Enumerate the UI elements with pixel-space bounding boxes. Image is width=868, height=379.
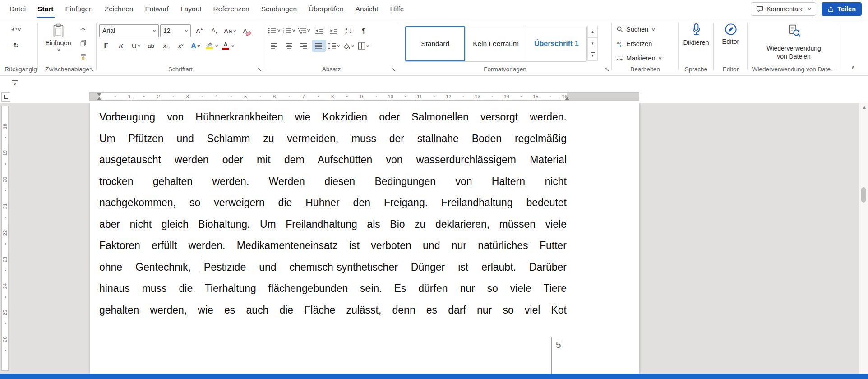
italic-button[interactable]: K [114,40,128,52]
underline-button[interactable]: U∨ [129,40,143,52]
style-gallery-scroll-up-button[interactable]: ▴ [587,26,598,38]
align-center-button[interactable] [282,40,296,52]
redo-button[interactable]: ↻ [9,39,23,51]
ruler-tick [115,96,116,97]
dictate-button[interactable]: Diktieren [679,23,714,46]
dialog-launcher-paragraph[interactable] [391,67,396,72]
menu-tab-entwurf[interactable]: Entwurf [139,0,175,18]
scrollbar-thumb[interactable] [861,187,866,203]
bold-button[interactable]: F [99,40,113,52]
bullet-list-button[interactable]: ∨ [267,24,281,37]
left-indent-marker[interactable] [97,97,102,100]
ruler-tick [346,96,348,97]
style-gallery-more-button[interactable]: ▾ [587,49,598,61]
menu-tab-referenzen[interactable]: Referenzen [208,0,255,18]
page-number[interactable]: 5 [556,339,561,350]
chevron-down-icon: ∨ [137,44,141,48]
cut-button[interactable]: ✂ [77,23,89,34]
font-name-combo[interactable]: Arial ∨ [99,24,159,37]
share-button[interactable]: Teilen [822,2,862,16]
menu-tab-überprüfen[interactable]: Überprüfen [303,0,350,18]
paste-button[interactable]: Einfügen ∨ [44,22,72,65]
menu-tab-sendungen[interactable]: Sendungen [255,0,303,18]
borders-button[interactable]: ∨ [356,40,370,52]
dialog-launcher-font[interactable] [257,67,262,72]
ruler-strip: 12345678910111213141516 [0,90,868,103]
horizontal-ruler: 12345678910111213141516 [89,92,639,101]
strikethrough-button[interactable]: ab [144,40,158,52]
format-painter-button[interactable] [77,51,89,62]
change-case-button[interactable]: Aa∨ [223,25,237,37]
select-button[interactable]: Markieren ∨ [616,52,662,64]
menu-tab-hilfe[interactable]: Hilfe [384,0,410,18]
dialog-launcher-clipboard[interactable] [89,67,94,72]
highlight-color-button[interactable]: ∨ [203,40,219,52]
editor-button[interactable]: Editor [714,23,748,46]
document-line[interactable]: Vorbeugung von Hühnerkrankheiten wie Kok… [99,106,567,128]
shading-button[interactable]: ∨ [342,40,356,52]
clipboard-icon [52,23,65,38]
subscript-button[interactable]: x₂ [159,40,173,52]
quick-access-toolbar-customize-button[interactable]: ∨ [10,79,20,87]
align-left-button[interactable] [267,40,281,52]
ruler-number: 22 [2,229,8,237]
sort-button[interactable]: AZ [342,24,356,37]
below-ribbon-row: ∨ [0,75,868,90]
style-gallery-scroll-down-button[interactable]: ▾ [587,38,598,50]
group-label-styles: Formatvorlagen [398,66,612,73]
menu-tab-zeichnen[interactable]: Zeichnen [99,0,139,18]
document-line[interactable]: Um Pfützen und Schlamm zu vermeiden, mus… [99,128,567,150]
collapse-ribbon-button[interactable]: ∧ [848,63,858,72]
tab-stop-selector[interactable] [1,92,10,102]
menu-tab-ansicht[interactable]: Ansicht [350,0,384,18]
superscript-button[interactable]: x² [174,40,188,52]
find-button[interactable]: Suchen ∨ [616,23,655,35]
document-line[interactable]: aber nicht gleich Biohaltung. Um Freilan… [99,214,567,236]
document-line[interactable]: ohne Gentechnik, Pestizide und chemisch-… [99,257,567,278]
numbered-list-button[interactable]: 1.2.3. ∨ [282,24,296,37]
increase-indent-button[interactable] [327,24,341,37]
menu-tab-einfügen[interactable]: Einfügen [60,0,99,18]
document-page[interactable]: Vorbeugung von Hühnerkrankheiten wie Kok… [90,103,639,374]
multilevel-list-button[interactable]: ∨ [297,24,311,37]
document-line[interactable]: hinaus muss die Tierhaltung flächengebun… [99,278,567,300]
first-line-indent-marker[interactable] [97,93,102,96]
style-card-standard[interactable]: Standard [405,26,466,61]
replace-button[interactable]: ab Ersetzen [616,38,652,50]
copy-button[interactable] [77,37,89,48]
vertical-scrollbar[interactable]: ▲ [859,103,868,374]
align-right-button[interactable] [297,40,311,52]
style-card-überschrift-1[interactable]: Überschrift 1 [526,26,586,61]
menu-tab-start[interactable]: Start [32,0,59,18]
chevron-down-icon: ∨ [292,28,296,32]
font-color-button[interactable]: A ∨ [220,40,235,52]
clear-formatting-button[interactable]: A [238,25,252,37]
document-line[interactable]: trocken gehalten werden. Werden diesen B… [99,171,567,193]
ruler-number: 19 [2,149,8,157]
scroll-up-arrow[interactable]: ▲ [859,104,868,110]
reuse-files-button[interactable] [748,23,840,38]
document-line[interactable]: nachgekommen, so verweigern die Hühner d… [99,192,567,214]
comments-button[interactable]: Kommentare ∨ [751,2,816,16]
decrease-indent-button[interactable] [312,24,326,37]
paste-label: Einfügen [45,39,71,46]
menu-tab-layout[interactable]: Layout [175,0,208,18]
dictate-label: Diktieren [683,39,709,46]
text-effects-button[interactable]: A∨ [189,40,203,52]
style-card-kein-leerraum[interactable]: Kein Leerraum [466,26,526,61]
show-paragraph-marks-button[interactable]: ¶ [357,24,371,37]
ruler-tick [5,323,6,324]
font-size-combo[interactable]: 12 ∨ [160,24,191,37]
grow-font-button[interactable]: A▴ [192,25,206,37]
line-spacing-button[interactable]: ∨ [327,40,341,52]
ruler-tick [405,96,406,97]
document-line[interactable]: Faktoren erfüllt werden. Medikamentenein… [99,235,567,257]
undo-button[interactable]: ↶∨ [9,23,23,36]
dialog-launcher-styles[interactable] [604,67,609,72]
vertical-ruler: 181920212223242526 [1,106,9,371]
menu-tab-datei[interactable]: Datei [4,0,32,18]
document-line[interactable]: ausgetauscht werden oder mit dem Aufschü… [99,149,567,171]
document-line[interactable]: gehalten werden, wie es auch die Fläche … [99,300,567,321]
justify-button[interactable] [312,40,326,52]
shrink-font-button[interactable]: A▾ [208,25,222,37]
